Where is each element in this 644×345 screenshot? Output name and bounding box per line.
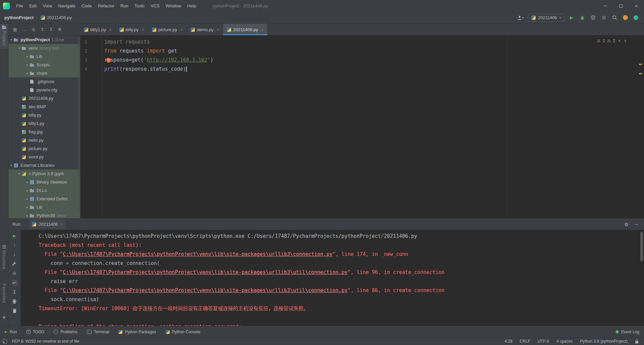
tab-billy1[interactable]: billy1.py × xyxy=(80,24,116,35)
menu-navigate[interactable]: Navigate xyxy=(55,0,78,12)
code-url-link[interactable]: http://192.168.1.102 xyxy=(147,57,207,63)
menu-help[interactable]: Help xyxy=(184,0,199,12)
menu-code[interactable]: Code xyxy=(78,0,95,12)
rerun-button[interactable]: ▶ xyxy=(12,233,17,238)
tool-window-switcher-icon[interactable] xyxy=(3,339,7,344)
tree-item-billy-py[interactable]: billy.py xyxy=(8,111,80,119)
tab-picture[interactable]: picture.py × xyxy=(148,24,187,35)
stop-button[interactable] xyxy=(600,14,607,21)
file-link[interactable]: C:\Users\17487\PycharmProjects\pythonPro… xyxy=(63,287,347,293)
scroll-to-end-button[interactable]: ↧ xyxy=(12,289,17,295)
run-configuration-select[interactable]: 20211406 ▾ xyxy=(528,14,564,22)
settings-gear-icon[interactable]: ⚙ xyxy=(58,27,62,32)
tree-item-hello-py[interactable]: hello.py xyxy=(8,136,80,144)
next-trace-button[interactable]: ↓ xyxy=(12,252,17,257)
tree-item-pythonproject[interactable]: ▾ pythonProject C:\Use xyxy=(8,36,80,44)
chevron-right-icon[interactable]: ▸ xyxy=(25,71,30,75)
coverage-button[interactable] xyxy=(590,14,596,21)
chevron-right-icon[interactable]: ▸ xyxy=(25,214,30,217)
tool-button-favorites[interactable]: Favorites xyxy=(2,281,6,306)
tab-demo[interactable]: demo.py × xyxy=(187,24,223,35)
wrench-icon[interactable] xyxy=(12,261,17,267)
soft-wrap-toggle[interactable]: ↵ xyxy=(12,280,17,285)
breadcrumb-project[interactable]: pythonProject xyxy=(4,15,34,20)
tool-button-todo[interactable]: TODO xyxy=(26,330,44,334)
tool-button-run[interactable]: ▶ Run xyxy=(5,330,17,334)
tree-item-scripts[interactable]: ▸ Scripts xyxy=(8,61,80,69)
run-button[interactable]: ▶ xyxy=(568,14,575,21)
chevron-right-icon[interactable]: ▸ xyxy=(25,180,30,184)
tool-button-project[interactable]: Project xyxy=(0,24,8,49)
code-area[interactable]: import requests from requests import get… xyxy=(103,36,644,218)
search-everywhere-button[interactable] xyxy=(611,14,618,21)
menu-vcs[interactable]: VCS xyxy=(148,0,163,12)
tool-button-python-console[interactable]: Python Console xyxy=(166,330,201,334)
menu-window[interactable]: Window xyxy=(163,0,184,12)
chevron-down-icon[interactable]: ▾ xyxy=(17,172,21,176)
close-icon[interactable]: × xyxy=(217,27,219,32)
tree-item-extended-definitions[interactable]: ▸ Extended Defini xyxy=(8,195,80,203)
warning-stripe-mark[interactable] xyxy=(639,73,642,74)
indent-widget[interactable]: 4 spaces xyxy=(556,339,573,344)
editor-gutter[interactable]: 1 2 3 4 xyxy=(80,36,103,218)
tree-item-python39[interactable]: ▸ Python39 librar xyxy=(8,211,80,218)
more-options-icon[interactable]: … xyxy=(22,27,26,32)
run-console-output[interactable]: C:\Users\17487\PycharmProjects\pythonPro… xyxy=(21,230,644,326)
line-number[interactable]: 4 xyxy=(80,65,102,74)
chevron-down-icon[interactable]: ▾ xyxy=(9,163,13,167)
tree-item-python39-sdk[interactable]: ▾ < Python 3.9 (pyth xyxy=(8,169,80,178)
menu-run[interactable]: Run xyxy=(117,0,131,12)
line-number[interactable]: 2 xyxy=(80,47,102,56)
code-editor[interactable]: 1 2 3 4 import requests from requests im… xyxy=(80,36,644,218)
minimize-button[interactable] xyxy=(598,0,613,12)
code-line-1[interactable]: import requests xyxy=(103,38,644,47)
chevron-down-icon[interactable]: ▾ xyxy=(17,46,21,50)
code-with-me-button[interactable]: ▾ xyxy=(517,14,524,21)
close-icon[interactable]: × xyxy=(142,27,144,32)
debug-button[interactable] xyxy=(579,14,586,21)
tree-item-abc-bmp[interactable]: abc.BMP xyxy=(8,102,80,111)
menu-file[interactable]: File xyxy=(13,0,26,12)
code-line-4[interactable]: print(response.status_code) xyxy=(103,65,644,74)
event-log-button[interactable]: 1 Event Log xyxy=(615,330,639,334)
tool-button-structure[interactable]: Structure xyxy=(2,243,6,273)
tree-item-external-libraries[interactable]: ▾ External Libraries xyxy=(8,161,80,169)
menu-edit[interactable]: Edit xyxy=(26,0,40,12)
hide-panel-icon[interactable]: ▤ xyxy=(13,27,17,32)
chevron-right-icon[interactable]: ▸ xyxy=(25,197,30,201)
expand-all-icon[interactable]: ↥ xyxy=(41,27,44,32)
status-message[interactable]: PEP 8: W292 no newline at end of file xyxy=(12,339,79,344)
caret-position-widget[interactable]: 4:28 xyxy=(504,339,512,344)
tree-item-20211406-py[interactable]: 20211406.py xyxy=(8,94,80,102)
collapse-all-icon[interactable]: ↧ xyxy=(49,27,53,32)
tool-button-problems[interactable]: Problems xyxy=(54,330,77,334)
chevron-down-icon[interactable]: ▾ xyxy=(9,38,13,42)
prev-trace-button[interactable]: ↑ xyxy=(12,242,17,248)
hide-panel-icon[interactable]: ─ xyxy=(635,222,638,227)
run-tab-20211406[interactable]: 20211406 × xyxy=(29,219,65,230)
next-problem-icon[interactable]: ∨ xyxy=(624,39,627,43)
file-link[interactable]: C:\Users\17487\PycharmProjects\pythonPro… xyxy=(63,251,332,257)
menu-view[interactable]: View xyxy=(40,0,55,12)
inspections-widget[interactable]: ⚠1 ⚠2 ∧ ∨ xyxy=(597,38,627,43)
tree-item-flag-jpg[interactable]: flag.jpg xyxy=(8,128,80,136)
warning-stripe-mark[interactable] xyxy=(639,64,642,65)
close-icon[interactable]: × xyxy=(109,27,112,32)
tree-item-lib2[interactable]: ▸ Lib xyxy=(8,203,80,211)
interpreter-widget[interactable]: Python 3.9 (pythonProject) xyxy=(580,339,628,344)
tool-button-terminal[interactable]: Terminal xyxy=(87,330,109,334)
settings-gear-icon[interactable]: ⚙ xyxy=(625,222,629,227)
tree-scrollbar[interactable] xyxy=(78,37,80,211)
lock-icon[interactable] xyxy=(635,339,639,344)
tool-button-python-packages[interactable]: Python Packages xyxy=(118,330,156,334)
breadcrumb-file[interactable]: 20211406.py xyxy=(41,15,72,20)
chevron-right-icon[interactable]: ▸ xyxy=(25,63,30,67)
encoding-widget[interactable]: UTF-8 xyxy=(538,339,549,344)
clear-console-button[interactable] xyxy=(12,308,17,314)
code-line-2[interactable]: from requests import get xyxy=(103,47,644,56)
line-number[interactable]: 1 xyxy=(80,38,102,47)
line-number[interactable]: 3 xyxy=(80,56,102,65)
stop-button[interactable] xyxy=(12,270,17,276)
close-icon[interactable]: × xyxy=(261,27,264,32)
star-icon[interactable]: ★ xyxy=(2,315,6,320)
